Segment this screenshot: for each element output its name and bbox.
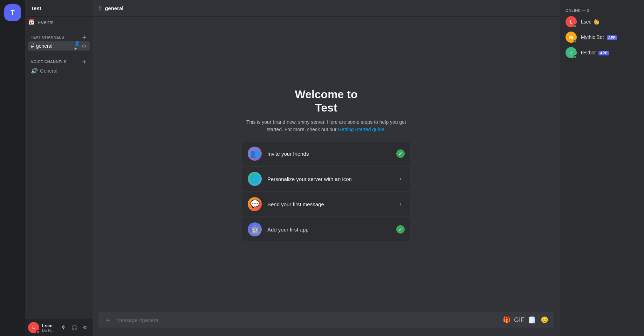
invite-icon: 👥 (248, 147, 262, 161)
add-text-channel-button[interactable]: ＋ (81, 34, 87, 40)
checklist-item-app[interactable]: 🤖 Add your first app ✓ (242, 217, 410, 241)
crown-icon-lsec: 👑 (594, 19, 600, 25)
message-input[interactable] (116, 313, 498, 327)
server-sidebar: T (0, 0, 25, 336)
channel-item-general[interactable]: # general 👤+ ⚙ (28, 41, 90, 51)
hash-icon: # (31, 43, 34, 49)
sticker-button[interactable]: 🗒️ (526, 314, 537, 325)
member-item-lsec[interactable]: L Lsec 👑 (563, 14, 641, 29)
user-avatar: L (28, 322, 39, 333)
emoji-button[interactable]: 😊 (539, 314, 550, 325)
member-item-testbot[interactable]: t testbot APP (563, 45, 641, 60)
gif-button[interactable]: GIF (514, 314, 525, 325)
member-avatar-testbot: t (566, 47, 577, 58)
chevron-right-icon: › (399, 176, 401, 182)
app-label: Add your first app (267, 227, 391, 233)
welcome-subtitle: This is your brand new, shiny server. He… (242, 119, 410, 133)
main-channel-name: general (105, 5, 123, 11)
text-channels-header[interactable]: TEXT CHANNELS ＋ (28, 33, 90, 41)
getting-started-link[interactable]: Getting Started guide. (338, 127, 385, 132)
checklist-item-personalize[interactable]: 🌐 Personalize your server with an icon › (242, 167, 410, 191)
message-label: Send your first message (267, 201, 391, 207)
message-attach-button[interactable]: ＋ (102, 312, 114, 328)
channel-name-general: general (36, 43, 72, 49)
invite-label: Invite your friends (267, 151, 391, 157)
invite-channel-button[interactable]: 👤+ (74, 43, 80, 49)
events-button[interactable]: 📅 Events (25, 17, 93, 27)
user-info: Lsec Do Not Distu... (42, 323, 56, 332)
channel-item-voice-general[interactable]: 🔊 General (28, 66, 90, 75)
voice-channels-header[interactable]: VOICE CHANNELS ＋ (28, 58, 90, 66)
checklist-item-message[interactable]: 💬 Send your first message › (242, 192, 410, 216)
member-info-lsec: Lsec 👑 (581, 19, 638, 25)
member-info-testbot: testbot APP (581, 49, 638, 56)
app-status: ✓ (396, 225, 405, 234)
user-area: L Lsec Do Not Distu... 🎙 🎧 ⚙ (25, 319, 93, 336)
channel-sidebar: Test 📅 Events TEXT CHANNELS ＋ # general … (25, 0, 93, 336)
checklist-item-invite[interactable]: 👥 Invite your friends ✓ (242, 142, 410, 166)
channel-actions: 👤+ ⚙ (74, 43, 87, 49)
voice-channels-section: VOICE CHANNELS ＋ 🔊 General (25, 52, 93, 77)
member-status-mythic (574, 40, 577, 43)
username-label: Lsec (42, 323, 56, 328)
personalize-action: › (396, 175, 405, 183)
channel-name-voice-general: General (40, 68, 87, 74)
online-header: ONLINE — 3 (563, 6, 641, 14)
member-name-testbot: testbot (581, 50, 596, 55)
welcome-area: Welcome to Test This is your brand new, … (93, 17, 560, 312)
channel-hash-icon: # (98, 4, 102, 12)
server-name-header[interactable]: Test (25, 0, 93, 17)
deafen-button[interactable]: 🎧 (69, 323, 79, 332)
right-sidebar: ONLINE — 3 L Lsec 👑 M Mythic Bot APP t t… (560, 0, 644, 336)
member-status-testbot (574, 55, 577, 59)
speaker-icon: 🔊 (31, 67, 38, 74)
personalize-icon: 🌐 (248, 172, 262, 186)
text-channels-section: TEXT CHANNELS ＋ # general 👤+ ⚙ (25, 27, 93, 52)
message-icon: 💬 (248, 197, 262, 211)
message-toolbar: 🎁 GIF 🗒️ 😊 (501, 314, 550, 325)
message-area: ＋ 🎁 GIF 🗒️ 😊 (93, 312, 560, 336)
settings-channel-button[interactable]: ⚙ (81, 43, 87, 49)
member-status-lsec (574, 24, 577, 28)
app-badge-testbot: APP (598, 51, 609, 55)
invite-status: ✓ (396, 149, 405, 158)
member-avatar-mythic: M (566, 32, 577, 43)
personalize-label: Personalize your server with an icon (267, 176, 391, 182)
mute-button[interactable]: 🎙 (59, 323, 69, 332)
member-avatar-lsec: L (566, 16, 577, 27)
welcome-title: Welcome to Test (295, 88, 358, 115)
user-controls: 🎙 🎧 ⚙ (59, 323, 90, 332)
message-input-wrapper: ＋ 🎁 GIF 🗒️ 😊 (98, 312, 554, 328)
app-icon: 🤖 (248, 222, 262, 236)
add-voice-channel-button[interactable]: ＋ (81, 59, 87, 65)
app-badge-mythic: APP (607, 35, 617, 40)
invite-check: ✓ (396, 149, 405, 158)
member-info-mythic: Mythic Bot APP (581, 34, 638, 40)
main-content: # general Welcome to Test This is your b… (93, 0, 560, 336)
app-check: ✓ (396, 225, 405, 234)
member-name-mythic: Mythic Bot (581, 34, 604, 40)
member-item-mythic-bot[interactable]: M Mythic Bot APP (563, 29, 641, 45)
main-header: # general (93, 0, 560, 17)
member-name-lsec: Lsec (581, 19, 591, 25)
server-icon-test[interactable]: T (4, 4, 21, 21)
gift-button[interactable]: 🎁 (501, 314, 512, 325)
user-status-label: Do Not Distu... (42, 328, 56, 332)
checklist: 👥 Invite your friends ✓ 🌐 Personalize yo… (242, 142, 410, 241)
chevron-right-icon-2: › (399, 201, 401, 207)
user-status-indicator (36, 330, 40, 334)
message-action: › (396, 200, 405, 208)
calendar-icon: 📅 (28, 19, 35, 25)
user-settings-button[interactable]: ⚙ (80, 323, 90, 332)
